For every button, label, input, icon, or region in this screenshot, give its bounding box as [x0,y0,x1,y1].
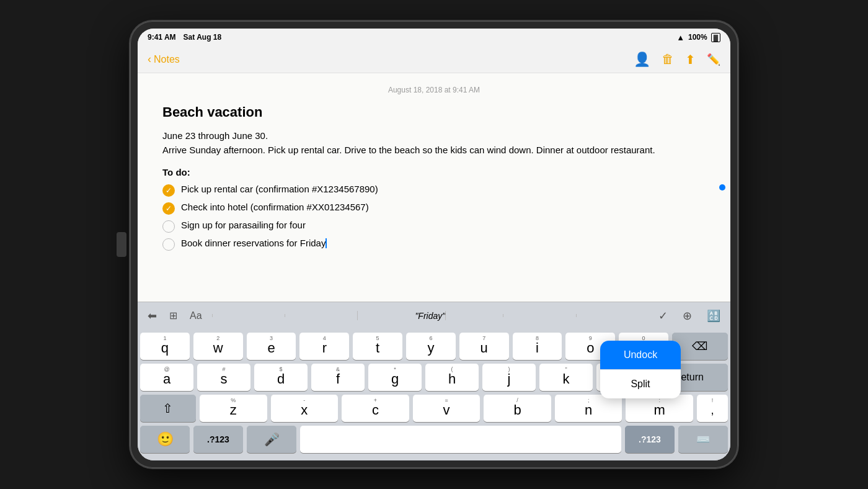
checkbox-2[interactable]: ✓ [162,202,175,215]
scribble-icon[interactable]: 🔠 [704,307,723,325]
key-symbols-right[interactable]: .?123 [625,426,675,453]
status-right: ▲ 100% ▓ [676,33,720,42]
trash-icon[interactable]: 🗑 [662,52,674,66]
plus-circle-icon[interactable]: ⊕ [680,307,694,325]
back-label: Notes [154,54,180,65]
key-u[interactable]: 7u [459,333,509,360]
back-button[interactable]: ‹ Notes [148,53,180,66]
keyboard-toolbar: ⬅ ⊞ Aa "Friday" ✓ ⊕ 🔠 [138,302,730,329]
status-bar: 9:41 AM Sat Aug 18 ▲ 100% ▓ [138,29,730,46]
key-w[interactable]: 2w [193,333,243,360]
key-space[interactable] [300,426,621,453]
key-a[interactable]: @a [140,364,193,391]
table-icon[interactable]: ⊞ [167,307,180,324]
text-cursor [326,238,327,248]
key-d[interactable]: $d [254,364,308,391]
back-chevron-icon: ‹ [148,53,151,66]
key-r[interactable]: 4r [299,333,349,360]
checkbox-4[interactable] [162,238,175,251]
key-y[interactable]: 6y [406,333,456,360]
key-h[interactable]: (h [425,364,479,391]
todo-item-3: Sign up for parasailing for four [162,220,706,233]
todo-text-3: Sign up for parasailing for four [181,220,306,230]
keyboard: 1q 2w 3e 4r 5t 6y 7u 8i 9o 0p ⌫ @a #s $d [138,329,730,460]
key-m[interactable]: :m [626,395,693,422]
autocomplete-left[interactable] [212,313,358,318]
key-e[interactable]: 3e [247,333,296,360]
key-c[interactable]: +c [342,395,409,422]
key-t[interactable]: 5t [353,333,402,360]
battery-icon: ▓ [711,33,720,42]
battery-text: 100% [688,33,707,42]
key-q[interactable]: 1q [140,333,190,360]
undock-button[interactable]: Undock [600,341,681,370]
key-g[interactable]: *g [368,364,422,391]
todo-item-4: Book dinner reservations for Friday [162,238,706,251]
screen-content: 9:41 AM Sat Aug 18 ▲ 100% ▓ ‹ Notes 👤 🗑 [138,29,730,460]
note-body: June 23 through June 30. Arrive Sunday a… [162,129,706,157]
nav-actions: 👤 🗑 ⬆ ✏️ [634,52,720,68]
share-icon[interactable]: ⬆ [685,52,696,67]
ipad-device: 9:41 AM Sat Aug 18 ▲ 100% ▓ ‹ Notes 👤 🗑 [130,21,738,468]
todo-section: To do: ✓ Pick up rental car (confirmatio… [162,167,706,251]
key-f[interactable]: &f [311,364,365,391]
key-x[interactable]: -x [271,395,339,422]
key-j[interactable]: )j [482,364,536,391]
key-n[interactable]: ;n [555,395,622,422]
key-comma[interactable]: !, [697,395,728,422]
key-shift[interactable]: ⇧ [140,395,196,422]
nav-bar: ‹ Notes 👤 🗑 ⬆ ✏️ [138,46,730,73]
key-s[interactable]: #s [197,364,250,391]
autocomplete-right[interactable] [503,313,649,318]
note-content[interactable]: August 18, 2018 at 9:41 AM Beach vacatio… [138,73,730,302]
todo-text-4: Book dinner reservations for Friday [181,238,327,248]
key-row-4: 🙂 .?123 🎤 .?123 ⌨️ [140,426,728,453]
todo-text-1: Pick up rental car (confirmation #X12345… [181,184,378,194]
keyboard-popup: Undock Split [600,341,681,398]
todo-item-2: ✓ Check into hotel (confirmation #XX0123… [162,202,706,215]
key-i[interactable]: 8i [513,333,562,360]
autocomplete-center[interactable]: "Friday" [357,308,503,323]
autocomplete-bar: "Friday" [212,308,649,323]
status-date: Sat Aug 18 [184,33,222,42]
todo-text-2: Check into hotel (confirmation #XX012345… [181,202,369,212]
device-screen: 9:41 AM Sat Aug 18 ▲ 100% ▓ ‹ Notes 👤 🗑 [138,29,730,460]
toolbar-right-icons: ✓ ⊕ 🔠 [656,307,723,325]
key-row-3: ⇧ %z -x +c =v /b ;n :m !, [140,395,728,422]
checkbox-3[interactable] [162,220,175,233]
key-v[interactable]: =v [413,395,480,422]
compose-icon[interactable]: ✏️ [707,53,720,66]
key-k[interactable]: "k [539,364,593,391]
checkbox-1[interactable]: ✓ [162,184,175,197]
note-date: August 18, 2018 at 9:41 AM [162,86,706,94]
key-keyboard-hide[interactable]: ⌨️ [678,426,728,453]
checkmark-icon[interactable]: ✓ [656,307,670,325]
key-mic[interactable]: 🎤 [247,426,296,453]
scroll-indicator [719,184,725,191]
note-title: Beach vacation [162,104,706,120]
todo-item-1: ✓ Pick up rental car (confirmation #X123… [162,184,706,197]
home-button[interactable] [117,232,126,257]
format-icon[interactable]: ⬅ [145,307,159,325]
status-time: 9:41 AM [148,33,176,42]
wifi-icon: ▲ [676,33,684,42]
key-emoji[interactable]: 🙂 [140,426,190,453]
todo-header: To do: [162,167,706,177]
key-z[interactable]: %z [200,395,267,422]
person-icon[interactable]: 👤 [634,52,650,68]
text-icon[interactable]: Aa [187,308,205,324]
key-symbols[interactable]: .?123 [193,426,243,453]
split-button[interactable]: Split [600,370,681,398]
key-b[interactable]: /b [484,395,551,422]
